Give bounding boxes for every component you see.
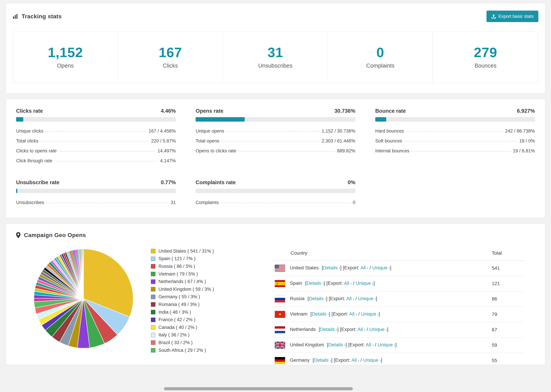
rate-stat-value: 689.82% [337,148,355,154]
geo-table-row: Vietnam [Details ›] [Export: All › / Uni… [271,307,524,322]
legend-swatch [151,348,155,352]
export-unique-link[interactable]: Unique › [363,357,381,363]
rate-value: 4.46% [161,108,176,114]
details-link[interactable]: Details › [309,296,326,301]
legend-swatch [151,249,155,253]
details-link[interactable]: Details › [320,327,337,332]
export-all-link[interactable]: All › [360,265,368,270]
page: Tracking stats Export basic stats 1,152 … [0,0,551,368]
export-all-link[interactable]: All › [366,342,374,347]
export-unique-link[interactable]: Unique › [369,327,387,332]
legend-swatch [151,302,155,307]
legend-label: Germany ( 55 / 3% ) [158,294,200,300]
country-name: Vietnam [290,311,307,317]
chevron-right-icon: › [357,358,359,363]
rate-block-bounce-rate: Bounce rate 6.927% Hard bounces 242 / 86… [375,108,535,166]
export-all-link[interactable]: All › [349,311,357,317]
total-column-header: Total [488,246,524,260]
rate-value: 6.927% [517,108,535,114]
country-cell: United States [Details ›] [Export: All ›… [271,260,488,276]
dotted-leader [404,141,517,141]
rate-stat-label: Unsubscribes [16,200,44,205]
export-all-link[interactable]: All › [344,280,352,286]
geo-title: Campaign Geo Opens [24,232,86,238]
legend-swatch [151,333,155,337]
legend-item: France ( 42 / 2% ) [151,316,271,324]
rate-stat-row: Soft bounces 18 / 0% [375,136,535,146]
geo-table-row: Spain [Details ›] [Export: All › / Uniqu… [271,276,524,291]
rate-stat-value: 18 / 0% [519,138,535,144]
chevron-right-icon: › [378,358,381,363]
total-cell: 79 [488,307,524,322]
details-link[interactable]: Details › [323,265,340,270]
rate-stat-label: Click through rate [16,158,52,163]
progress-bar [16,117,176,122]
stat-value: 31 [223,45,328,60]
legend-swatch [151,295,155,299]
details-link[interactable]: Details › [306,280,324,286]
rate-value: 30.736% [334,108,355,114]
rate-title: Complaints rate [196,179,236,186]
legend-item: Germany ( 55 / 3% ) [151,293,271,301]
export-basic-stats-button[interactable]: Export basic stats [487,11,538,22]
legend-label: Italy ( 36 / 2% ) [158,332,190,338]
export-all-link[interactable]: All › [357,327,365,332]
rate-stat-value: 4.147% [160,158,176,163]
geo-table-row: United States [Details ›] [Export: All ›… [271,260,524,276]
rate-stat-row: Unique opens 1,152 / 30.736% [196,126,355,136]
country-name: United States [290,265,319,270]
country-name: Germany [290,357,310,363]
country-cell: Germany [Details ›] [Export: All › / Uni… [271,353,488,365]
export-all-link[interactable]: All › [351,357,359,363]
rate-stat-row: Total clicks 220 / 5.87% [16,136,176,146]
legend-label: United States ( 541 / 31% ) [158,249,214,254]
rate-block-complaints-rate: Complaints rate 0% Complaints 0 [196,179,355,207]
export-unique-link[interactable]: Unique › [361,311,379,317]
export-unique-link[interactable]: Unique › [356,280,373,286]
rate-stat-value: 31 [171,200,176,205]
details-link[interactable]: Details › [312,311,329,317]
chevron-right-icon: › [393,343,395,347]
export-label: Export: [341,327,356,332]
flag-es-icon [275,280,285,287]
export-icon [491,14,496,19]
country-name: United Kingdom [290,342,324,347]
export-unique-link[interactable]: Unique › [377,342,395,347]
export-unique-link[interactable]: Unique › [372,265,390,270]
export-all-link[interactable]: All › [346,296,354,301]
tracking-stats-header: Tracking stats Export basic stats [6,3,545,28]
progress-bar-fill [16,189,17,193]
country-cell: United Kingdom [Details ›] [Export: All … [271,337,488,353]
chevron-right-icon: › [387,266,390,270]
rate-stat-row: Hard bounces 242 / 86.738% [375,126,535,136]
legend-swatch [151,264,155,268]
rate-stat-value: 0 [353,200,355,205]
legend-item: India ( 46 / 3% ) [151,308,271,316]
dotted-leader [54,161,158,161]
details-link[interactable]: Details › [328,342,346,347]
details-link[interactable]: Details › [314,357,331,363]
export-unique-link[interactable]: Unique › [358,296,376,301]
legend-item: Canada ( 40 / 2% ) [151,324,271,331]
export-label: Export: [349,342,365,347]
flag-vn-icon [275,311,285,318]
rate-stat-row: Click through rate 4.147% [16,156,176,166]
chevron-right-icon: › [376,312,379,316]
rate-stat-row: Unique clicks 167 / 4.456% [16,126,176,136]
progress-bar [16,189,176,193]
legend-item: Netherlands ( 67 / 4% ) [151,278,271,286]
stat-label: Bounces [433,63,538,69]
rate-stat-value: 2,303 / 61.446% [322,138,355,144]
total-cell: 121 [488,276,524,291]
horizontal-scrollbar[interactable] [164,387,353,390]
country-column-header: Country [271,246,488,260]
dotted-leader [406,131,503,132]
legend-label: United Kingdom ( 59 / 3% ) [158,287,214,292]
legend-item: Vietnam ( 79 / 5% ) [151,270,271,278]
legend-label: Netherlands ( 67 / 4% ) [158,279,206,284]
chevron-right-icon: › [352,296,354,301]
legend-swatch [151,310,155,314]
dotted-leader [226,131,320,132]
stat-value: 167 [118,45,223,60]
legend-swatch [151,340,155,345]
